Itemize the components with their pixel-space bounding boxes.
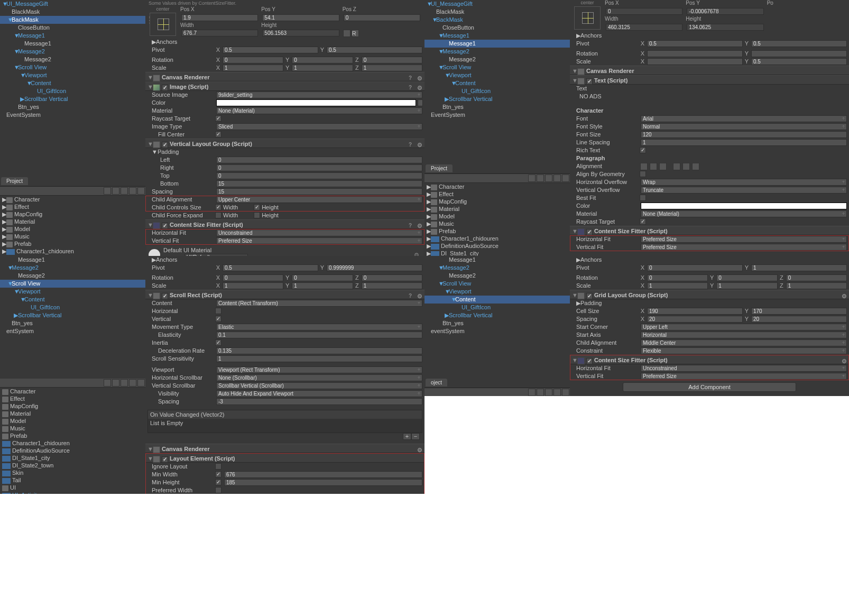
project-item[interactable]: ▶Character [424, 183, 570, 190]
padding-foldout[interactable]: Padding [580, 299, 644, 307]
richtext-checkbox[interactable] [640, 147, 646, 153]
toolbar-btn[interactable] [562, 389, 569, 396]
hierarchy-item[interactable]: Message2 [0, 56, 145, 63]
minwidth-field[interactable]: 676 [224, 471, 422, 478]
hierarchy-item[interactable]: ▶ Scrollbar Vertical [0, 95, 145, 103]
toolbar-btn[interactable] [137, 187, 145, 195]
blueprint-toggle[interactable] [343, 30, 350, 37]
posx-field[interactable]: 1.9 [181, 14, 258, 21]
hierarchy-item[interactable]: UI_GiftIcon [424, 304, 570, 311]
project-item[interactable]: ▶Effect [424, 190, 570, 198]
hierarchy-item[interactable]: EventSystem [0, 111, 145, 119]
gear-icon[interactable]: ⚙ [417, 140, 423, 146]
scale-z[interactable]: 1 [362, 65, 422, 71]
event-add-button[interactable]: + [403, 433, 411, 440]
layout-element-header[interactable]: ▼Layout Element (Script) [145, 453, 424, 463]
rot-x[interactable]: 0 [647, 274, 708, 281]
pad-right-field[interactable]: 0 [216, 164, 422, 171]
hierarchy-panel[interactable]: Message1▼ Message2Message2▼ Scroll View▼… [424, 256, 570, 335]
project-tree[interactable]: CharacterEffectMapConfigMaterialModelMus… [0, 388, 145, 494]
height-field[interactable]: 506.1563 [262, 30, 339, 36]
hierarchy-item[interactable]: ▼ Message2 [0, 264, 145, 272]
hierarchy-panel[interactable]: Message1▼ Message2Message2▼ Scroll View▼… [0, 256, 145, 335]
help-icon[interactable]: ? [409, 83, 415, 89]
gear-icon[interactable]: ⚙ [417, 73, 423, 80]
project-item[interactable]: Prefab [0, 432, 145, 439]
glg-enable-checkbox[interactable] [586, 293, 593, 299]
help-icon[interactable]: ? [409, 291, 415, 298]
rot-x[interactable] [647, 50, 743, 57]
material-row[interactable]: Default UI MaterialShader UI/Default⚙ [146, 246, 423, 256]
glg-header[interactable]: ▼Grid Layout Group (Script)⚙ [570, 290, 849, 299]
hierarchy-item[interactable]: ▼ BackMask [424, 16, 570, 24]
project-item[interactable]: UI_Activity [0, 491, 145, 494]
elasticity-field[interactable]: 0.1 [216, 332, 422, 338]
minheight-field[interactable]: 185 [224, 479, 422, 486]
hierarchy-item[interactable]: ▼ Message1 [0, 32, 145, 40]
font-field[interactable]: Arial [641, 115, 847, 122]
csf-enable-checkbox[interactable] [586, 358, 593, 364]
child-align-dropdown[interactable]: Upper Center [216, 196, 422, 203]
hierarchy-item[interactable]: ▶ Scrollbar Vertical [424, 311, 570, 319]
image-enable-checkbox[interactable] [162, 85, 168, 91]
toolbar-btn[interactable] [537, 174, 544, 182]
width-field[interactable]: 676.7 [181, 30, 258, 36]
project-item[interactable]: ▶Character1_chidouren [424, 235, 570, 242]
scale-y[interactable]: 1 [292, 65, 353, 71]
pad-top-field[interactable]: 0 [216, 172, 422, 179]
pivot-x[interactable]: 0 [647, 264, 743, 271]
cellsize-x[interactable]: 190 [647, 308, 743, 315]
canvas-renderer-header[interactable]: ▼Canvas Renderer⚙? [145, 72, 424, 81]
hierarchy-item[interactable]: UI_GiftIcon [424, 87, 570, 95]
event-remove-button[interactable]: − [411, 433, 420, 440]
hierarchy-item[interactable]: ▼ Viewport [0, 71, 145, 79]
search-icon[interactable] [528, 389, 536, 396]
rot-x[interactable]: 0 [223, 57, 283, 63]
force-height-checkbox[interactable] [254, 212, 260, 218]
project-tree[interactable]: ▶Character▶Effect▶MapConfig▶Material▶Mod… [424, 183, 570, 256]
scale-x[interactable]: 1 [223, 65, 283, 71]
hfit-dropdown[interactable]: Preferred Size [641, 236, 847, 243]
pad-left-field[interactable]: 0 [216, 157, 422, 163]
project-item[interactable]: Music [0, 425, 145, 432]
gear-icon[interactable]: ⚙ [414, 252, 420, 256]
project-item[interactable]: Character [0, 388, 145, 395]
on-value-changed-event[interactable]: On Value Changed (Vector2) List is Empty… [147, 410, 422, 433]
movement-dropdown[interactable]: Elastic [216, 324, 422, 330]
anchors-foldout[interactable]: Anchors [580, 256, 644, 264]
csf-enable-checkbox[interactable] [586, 229, 593, 235]
inertia-checkbox[interactable] [215, 339, 222, 346]
alignbygeo-checkbox[interactable] [640, 171, 646, 177]
hierarchy-panel[interactable]: ▼ UI_MessageGiftBlackMask▼ BackMaskClose… [0, 0, 145, 119]
spacing-field[interactable]: 15 [216, 188, 422, 195]
gear-icon[interactable]: ⚙ [417, 445, 423, 452]
csf-header[interactable]: ▼Content Size Fitter (Script)⚙ [570, 355, 849, 364]
pivot-y[interactable]: 0.5 [327, 47, 422, 53]
project-item[interactable]: ▶Prefab [0, 240, 145, 247]
hierarchy-panel[interactable]: ▼ UI_MessageGiftBlackMask▼ BackMaskClose… [424, 0, 570, 119]
text-value[interactable]: NO ADS [576, 93, 602, 100]
hierarchy-item[interactable]: Message2 [424, 272, 570, 280]
posz-field[interactable]: 0 [344, 14, 420, 21]
canvas-renderer-header[interactable]: ▼Canvas Renderer⚙ [145, 444, 424, 453]
hierarchy-item[interactable]: ▶ Scrollbar Vertical [0, 311, 145, 319]
vlg-header[interactable]: ▼Vertical Layout Group (Script)⚙? [145, 139, 424, 148]
hierarchy-item[interactable]: ▼ Scroll View [0, 63, 145, 71]
toolbar-btn[interactable] [137, 379, 145, 387]
search-icon[interactable] [104, 379, 111, 387]
padding-foldout[interactable]: Padding [158, 148, 221, 156]
project-item[interactable]: ▶Prefab [424, 227, 570, 235]
height-field[interactable]: 134.0625 [687, 24, 763, 31]
gear-icon[interactable]: ⚙ [417, 291, 423, 298]
anchors-foldout[interactable]: Anchors [156, 38, 219, 46]
anchor-preset-button[interactable] [574, 6, 601, 30]
project-item[interactable]: Skin [0, 469, 145, 476]
help-icon[interactable]: ? [409, 140, 415, 146]
hierarchy-item[interactable]: BlackMask [0, 8, 145, 16]
project-tree[interactable]: ▶Character▶Effect▶MapConfig▶Material▶Mod… [0, 196, 145, 256]
hfit-dropdown[interactable]: Unconstrained [641, 365, 847, 372]
toolbar-btn[interactable] [553, 389, 561, 396]
color-field[interactable] [641, 203, 847, 209]
hierarchy-item[interactable]: UI_GiftIcon [0, 87, 145, 95]
pivot-y[interactable]: 1 [751, 264, 847, 271]
